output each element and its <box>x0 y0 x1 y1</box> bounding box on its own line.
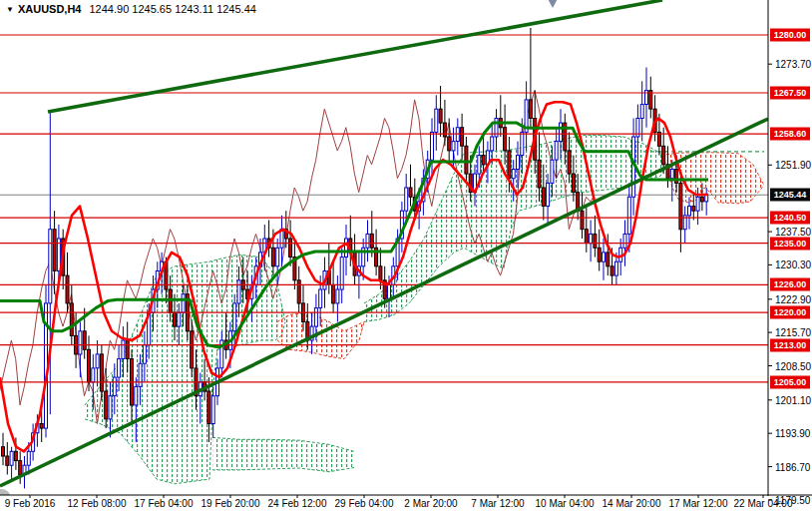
time-tick-label: 10 Mar 04:00 <box>536 498 595 509</box>
level-price-badge: 1213.00 <box>770 339 810 352</box>
level-price-badge: 1258.60 <box>770 128 810 141</box>
price-chart-canvas[interactable] <box>0 0 812 513</box>
time-tick-label: 17 Feb 04:00 <box>135 498 194 509</box>
time-tick-label: 24 Feb 12:00 <box>268 498 327 509</box>
price-tick-label: 1230.30 <box>775 259 811 270</box>
price-tick-label: 1222.90 <box>775 294 811 305</box>
price-tick-label: 1186.70 <box>775 462 810 473</box>
price-tick-label: 1193.90 <box>775 428 810 439</box>
level-price-badge: 1235.00 <box>770 238 810 251</box>
plot-area[interactable] <box>0 0 768 503</box>
time-tick-label: 2 Mar 20:00 <box>404 498 457 509</box>
level-price-badge: 1267.50 <box>770 87 810 100</box>
price-tick-label: 1273.70 <box>775 59 811 70</box>
bid-price-badge: 1245.44 <box>770 189 810 202</box>
time-tick-label: 7 Mar 12:00 <box>471 498 524 509</box>
mt4-chart-window: ▼XAUUSD,H41244.90 1245.65 1243.11 1245.4… <box>0 0 812 513</box>
price-tick-label: 1208.50 <box>775 361 811 372</box>
ichimoku-cloud-green <box>364 136 666 322</box>
arrow-down-marker[interactable] <box>545 0 561 8</box>
price-tick-label: 1251.90 <box>775 160 811 171</box>
time-tick-label: 12 Feb 08:00 <box>68 498 127 509</box>
time-tick-label: 14 Mar 20:00 <box>603 498 661 509</box>
level-price-badge: 1220.00 <box>770 306 810 319</box>
candlestick-series <box>2 28 708 488</box>
symbol-period-label: XAUUSD,H4 <box>18 3 82 15</box>
time-tick-label: 17 Mar 12:00 <box>669 498 728 509</box>
price-tick-label: 1201.10 <box>775 395 811 406</box>
price-tick-label: 1215.70 <box>775 327 811 338</box>
symbol-dropdown-icon[interactable]: ▼ <box>6 5 14 14</box>
time-tick-label: 22 Mar 04:00 <box>734 498 793 509</box>
price-tick-label: 1237.50 <box>775 227 811 238</box>
level-price-badge: 1226.00 <box>770 278 810 291</box>
ichimoku-cloud-green <box>212 437 354 471</box>
level-price-badge: 1240.50 <box>770 212 810 225</box>
trendline[interactable] <box>48 0 662 112</box>
trendline[interactable] <box>0 119 768 486</box>
chart-title: ▼XAUUSD,H41244.90 1245.65 1243.11 1245.4… <box>6 3 256 15</box>
time-tick-label: 29 Feb 04:00 <box>335 498 394 509</box>
level-price-badge: 1280.00 <box>770 29 810 42</box>
ohlc-values: 1244.90 1245.65 1243.11 1245.44 <box>90 3 256 15</box>
time-tick-label: 19 Feb 20:00 <box>202 498 260 509</box>
level-price-badge: 1205.00 <box>770 376 810 389</box>
time-tick-label: 9 Feb 2016 <box>5 498 56 509</box>
